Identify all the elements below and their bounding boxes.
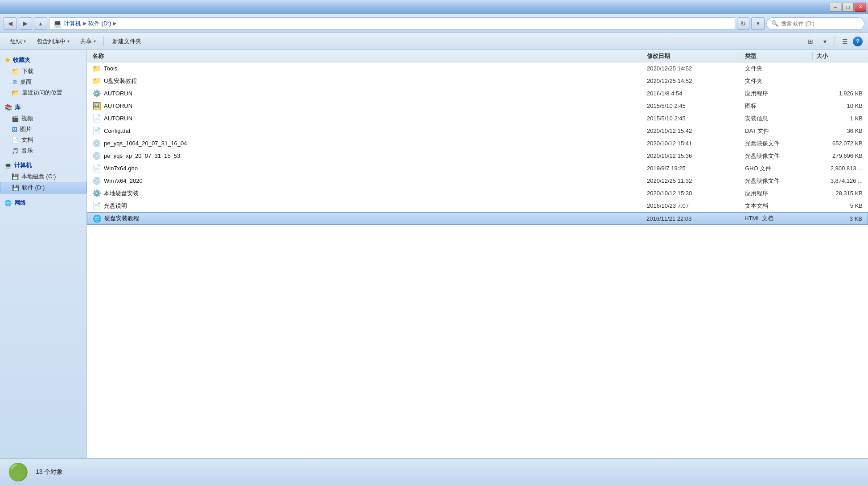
table-row[interactable]: 🌐 硬盘安装教程 2016/11/21 22:03 HTML 文档 3 KB (87, 212, 868, 225)
view-mode-button[interactable]: ⊞ (804, 35, 817, 48)
table-row[interactable]: 💿 pe_yqs_1064_20_07_31_16_04 2020/10/12 … (87, 137, 868, 150)
file-modified-date: 2019/9/7 19:25 (643, 165, 741, 172)
sidebar-header-library[interactable]: 📚 库 (0, 102, 86, 113)
file-modified-date: 2020/12/25 11:32 (643, 177, 741, 184)
back-button[interactable]: ◀ (4, 17, 17, 30)
col-modified-header[interactable]: 修改日期 (643, 52, 741, 60)
doc-icon: 📄 (12, 137, 19, 144)
search-input[interactable] (781, 21, 860, 27)
file-type-label: 应用程序 (741, 90, 813, 98)
file-size-value: 5 KB (813, 202, 866, 209)
search-box[interactable]: 🔍 (766, 17, 864, 30)
file-type-label: 文件夹 (741, 65, 813, 73)
computer-icon: 💻 (53, 19, 62, 28)
maximize-button[interactable]: □ (842, 3, 854, 12)
search-icon: 🔍 (771, 20, 778, 27)
address-bar: ◀ ▶ ▲ 💻 计算机 ▶ 软件 (D:) ▶ ↻ ▾ 🔍 (0, 14, 868, 33)
file-type-icon: 📁 (92, 64, 101, 73)
sidebar-item-video[interactable]: 🎬 视频 (0, 113, 86, 124)
file-name: AUTORUN (104, 90, 132, 97)
file-type-icon: 📄 (92, 114, 101, 123)
share-button[interactable]: 共享 ▾ (75, 35, 101, 48)
table-row[interactable]: 💿 pe_yqs_xp_20_07_31_15_53 2020/10/12 15… (87, 150, 868, 162)
col-size-header[interactable]: 大小 (813, 52, 866, 60)
favorites-label: 收藏夹 (13, 56, 30, 64)
file-size-value: 3 KB (812, 215, 866, 222)
sidebar-header-favorites[interactable]: ★ 收藏夹 (0, 54, 86, 66)
col-type-header[interactable]: 类型 (741, 52, 813, 60)
file-name: AUTORUN (104, 115, 132, 122)
table-row[interactable]: 📄 光盘说明 2016/10/23 7:07 文本文档 5 KB (87, 200, 868, 212)
organize-label: 组织 (10, 37, 22, 45)
sidebar-item-drive-c[interactable]: 💾 本地磁盘 (C:) (0, 171, 86, 182)
title-bar: ─ □ ✕ (0, 0, 868, 14)
table-row[interactable]: ⚙️ AUTORUN 2016/1/8 4:54 应用程序 1,926 KB (87, 87, 868, 100)
file-name-cell: 💿 pe_yqs_1064_20_07_31_16_04 (89, 139, 643, 148)
file-size-value: 652,072 KB (813, 140, 866, 147)
col-name-header[interactable]: 名称 (89, 52, 643, 60)
organize-button[interactable]: 组织 ▾ (5, 35, 31, 48)
file-modified-date: 2015/5/10 2:45 (643, 115, 741, 122)
forward-button[interactable]: ▶ (19, 17, 32, 30)
file-size-value: 1 KB (813, 115, 866, 122)
close-button[interactable]: ✕ (855, 3, 866, 12)
sidebar-item-desktop[interactable]: 🖥 桌面 (0, 77, 86, 87)
file-type-icon: ⚙️ (92, 89, 101, 98)
table-row[interactable]: 📁 U盘安装教程 2020/12/25 14:52 文件夹 (87, 75, 868, 87)
breadcrumb-computer[interactable]: 计算机 (64, 20, 81, 28)
file-modified-date: 2020/12/25 14:52 (643, 65, 741, 72)
table-row[interactable]: 📄 Win7x64.gho 2019/9/7 19:25 GHO 文件 2,90… (87, 162, 868, 175)
file-type-label: 图标 (741, 102, 813, 110)
sidebar-item-recent[interactable]: 📂 最近访问的位置 (0, 87, 86, 98)
table-row[interactable]: 🖼️ AUTORUN 2015/5/10 2:45 图标 10 KB (87, 100, 868, 112)
sidebar-header-computer[interactable]: 💻 计算机 (0, 160, 86, 171)
file-size-value: 2,900,813 ... (813, 165, 866, 172)
app-logo: 🟢 (8, 462, 29, 482)
file-size-value: 1,926 KB (813, 90, 866, 97)
minimize-button[interactable]: ─ (830, 3, 841, 12)
file-type-icon: 📄 (92, 201, 101, 210)
sidebar-item-music[interactable]: 🎵 音乐 (0, 145, 86, 156)
sidebar-item-document[interactable]: 📄 文档 (0, 135, 86, 145)
details-pane-button[interactable]: ☰ (839, 35, 851, 48)
file-type-label: HTML 文档 (741, 214, 812, 222)
table-row[interactable]: 📁 Tools 2020/12/25 14:52 文件夹 (87, 62, 868, 75)
sidebar-header-network[interactable]: 🌐 网络 (0, 197, 86, 209)
help-button[interactable]: ? (853, 37, 863, 46)
toolbar-separator-1 (103, 37, 104, 46)
drive-d-icon: 💾 (12, 185, 19, 191)
sidebar-item-image[interactable]: 🖼 图片 (0, 124, 86, 135)
file-name-cell: 📁 Tools (89, 64, 643, 73)
sidebar-section-network: 🌐 网络 (0, 197, 86, 209)
up-button[interactable]: ▲ (34, 17, 47, 30)
file-type-icon: 📄 (92, 164, 101, 173)
file-type-icon: 💿 (92, 139, 101, 148)
view-arrow-button[interactable]: ▾ (819, 35, 831, 48)
library-label: 库 (15, 103, 21, 111)
sidebar-item-download[interactable]: 📁 下载 (0, 66, 86, 77)
library-button[interactable]: 包含到库中 ▾ (32, 35, 74, 48)
dropdown-button[interactable]: ▾ (751, 17, 765, 30)
breadcrumb-drive[interactable]: 软件 (D:) (88, 20, 111, 28)
file-name: U盘安装教程 (104, 77, 137, 85)
new-folder-button[interactable]: 新建文件夹 (107, 35, 147, 48)
file-name: 光盘说明 (104, 202, 127, 210)
recent-label: 最近访问的位置 (22, 89, 62, 97)
file-type-label: 应用程序 (741, 189, 813, 197)
file-modified-date: 2020/12/25 14:52 (643, 78, 741, 84)
file-modified-date: 2016/11/21 22:03 (643, 215, 741, 222)
toolbar-separator-2 (835, 37, 835, 46)
table-row[interactable]: ⚙️ 本地硬盘安装 2020/10/12 15:30 应用程序 28,315 K… (87, 187, 868, 200)
drive-c-label: 本地磁盘 (C:) (21, 173, 56, 181)
sidebar-section-library: 📚 库 🎬 视频 🖼 图片 📄 文档 🎵 音乐 (0, 102, 86, 156)
network-label: 网络 (14, 199, 26, 207)
sidebar-item-drive-d[interactable]: 💾 软件 (D:) (0, 182, 86, 193)
music-icon: 🎵 (12, 148, 19, 154)
refresh-button[interactable]: ↻ (737, 17, 749, 30)
table-row[interactable]: 💿 Win7x64_2020 2020/12/25 11:32 光盘映像文件 3… (87, 175, 868, 187)
desktop-label: 桌面 (20, 78, 32, 86)
table-row[interactable]: 📄 Config.dat 2020/10/12 15:42 DAT 文件 36 … (87, 125, 868, 137)
file-modified-date: 2020/10/12 15:41 (643, 140, 741, 147)
table-row[interactable]: 📄 AUTORUN 2015/5/10 2:45 安装信息 1 KB (87, 112, 868, 125)
status-bar: 🟢 13 个对象 (0, 458, 868, 485)
